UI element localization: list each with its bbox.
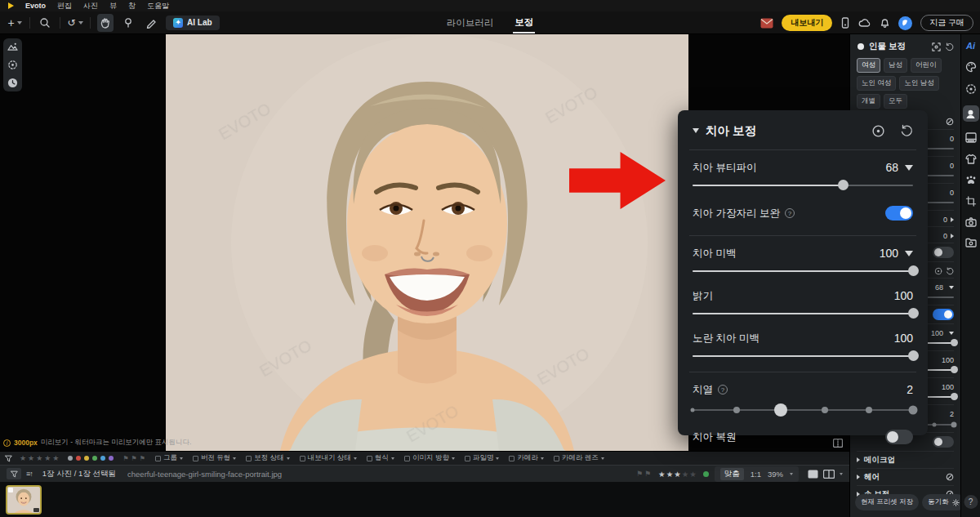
star-filter[interactable]: ★★★★★ (20, 454, 59, 462)
reset-icon[interactable] (946, 267, 954, 275)
history-clock-icon[interactable] (7, 78, 18, 88)
package-icon[interactable] (840, 17, 850, 29)
ai-tools-icon[interactable]: Ai (966, 41, 975, 51)
toggle[interactable] (933, 247, 954, 258)
color-label-filter[interactable] (68, 456, 114, 461)
alignment-stepper[interactable] (693, 403, 913, 417)
chip-all[interactable]: 모두 (884, 94, 907, 109)
stepper-current-dot[interactable] (774, 403, 787, 417)
reset-icon[interactable] (945, 42, 954, 51)
slider-knob[interactable] (908, 308, 919, 319)
image-adjust-icon[interactable] (7, 42, 18, 52)
expand-icon[interactable] (951, 234, 954, 238)
star-rating[interactable]: ★★★★★ (658, 470, 697, 479)
split-view-icon[interactable] (823, 470, 835, 479)
portrait-tool-selected[interactable] (963, 105, 979, 122)
face-detect-icon[interactable] (932, 42, 941, 51)
toggle[interactable] (933, 436, 954, 448)
edge-toggle[interactable] (885, 206, 913, 221)
dropdown-arrow-icon[interactable] (949, 332, 954, 335)
import-folder-icon[interactable] (965, 238, 977, 247)
cloud-icon[interactable] (858, 18, 871, 28)
dropdown-arrow-icon[interactable] (905, 165, 913, 171)
sync-button[interactable]: 동기화 (922, 494, 960, 510)
avatar[interactable] (898, 16, 912, 30)
dropdown-version-type[interactable]: 버전 유형 (193, 453, 236, 463)
restore-toggle[interactable] (885, 430, 913, 444)
whiten-slider[interactable] (693, 265, 913, 277)
zoom-select[interactable]: 39% (768, 470, 783, 479)
menu-item-help[interactable]: 도움말 (147, 1, 169, 11)
background-frame-icon[interactable] (965, 132, 977, 143)
menu-app-name[interactable]: Evoto (25, 2, 46, 10)
brightness-slider[interactable] (693, 308, 913, 319)
ratio-button[interactable]: 1:1 (751, 470, 761, 479)
menu-item-window[interactable]: 창 (128, 1, 136, 11)
yellow-whiten-slider[interactable] (693, 350, 913, 362)
toggle[interactable] (933, 309, 954, 320)
fit-button[interactable]: 맞춤 (720, 468, 744, 480)
dropdown-group[interactable]: 그룹 (155, 453, 183, 463)
buy-now-button[interactable]: 지금 구매 (920, 15, 973, 31)
whiten-value[interactable]: 100 (880, 247, 898, 260)
section-hair[interactable]: 헤어 (857, 468, 954, 485)
camera-icon[interactable] (965, 217, 977, 227)
reset-icon[interactable] (900, 124, 913, 137)
disabled-slash-icon[interactable] (946, 473, 954, 481)
chip-female[interactable]: 여성 (857, 58, 880, 73)
mail-icon[interactable] (760, 18, 773, 29)
sort-icon[interactable]: ≡↑ (26, 470, 33, 478)
chip-male[interactable]: 남성 (884, 58, 907, 73)
preview-target-icon[interactable] (871, 124, 885, 138)
chevron-down-icon[interactable] (840, 473, 843, 475)
chip-elder-female[interactable]: 노인 여성 (857, 76, 896, 91)
section-makeup[interactable]: 메이크업 (857, 451, 954, 468)
dropdown-camera-lens[interactable]: 카메라 렌즈 (554, 453, 604, 463)
dropdown-orientation[interactable]: 이미지 방향 (404, 453, 455, 463)
expand-icon[interactable] (951, 217, 954, 222)
slider-knob[interactable] (908, 350, 919, 361)
menu-item-edit[interactable]: 편집 (57, 1, 72, 11)
dropdown-arrow-icon[interactable] (949, 286, 954, 289)
crop-icon[interactable] (965, 196, 977, 207)
save-preset-button[interactable]: 현재 프리셋 저장 (855, 494, 919, 510)
status-color-dot[interactable] (703, 471, 709, 477)
tab-library[interactable]: 라이브러리 (445, 13, 496, 33)
photo-thumbnail-selected[interactable] (6, 485, 42, 515)
chip-individual[interactable]: 개별 (857, 94, 880, 109)
help-button[interactable]: ? (964, 495, 978, 509)
dropdown-camera[interactable]: 카메라 (509, 453, 544, 463)
clothes-icon[interactable] (965, 154, 977, 164)
export-button[interactable]: 내보내기 (782, 15, 832, 31)
beautify-value[interactable]: 68 (885, 161, 898, 174)
menu-item-view[interactable]: 뷰 (109, 1, 117, 11)
bokeh-effect-icon[interactable] (7, 60, 18, 70)
chip-elder-male[interactable]: 노인 남성 (899, 76, 938, 91)
dropdown-arrow-icon[interactable] (905, 251, 913, 256)
preview-target-icon[interactable] (934, 267, 942, 275)
single-view-icon[interactable] (808, 470, 818, 479)
tab-retouch[interactable]: 보정 (513, 12, 535, 33)
chip-child[interactable]: 어린이 (911, 58, 942, 73)
animal-paw-icon[interactable] (965, 175, 977, 185)
palette-icon[interactable] (965, 61, 977, 73)
slider-knob[interactable] (838, 180, 849, 190)
filter-funnel-icon[interactable] (5, 455, 12, 462)
filter-box-button[interactable] (7, 468, 21, 479)
help-icon[interactable]: ? (718, 385, 728, 394)
slider-knob[interactable] (908, 265, 919, 276)
dropdown-retouch-status[interactable]: 보정 상태 (246, 453, 289, 463)
dropdown-format[interactable]: 형식 (367, 453, 394, 463)
dropdown-filename[interactable]: 파일명 (465, 453, 500, 463)
menu-item-photo[interactable]: 사진 (83, 1, 98, 11)
yellow-whiten-value[interactable]: 100 (894, 332, 913, 345)
flag-rating[interactable]: ⚑⚑ (636, 470, 653, 478)
brightness-value[interactable]: 100 (894, 289, 913, 302)
flag-filter[interactable]: ⚑⚑⚑ (122, 455, 145, 462)
disabled-slash-icon[interactable] (946, 118, 954, 126)
beautify-slider[interactable] (693, 180, 913, 191)
collapse-icon[interactable] (693, 128, 699, 133)
bokeh-effect-icon[interactable] (965, 83, 977, 95)
help-icon[interactable]: ? (785, 208, 795, 218)
dropdown-export-status[interactable]: 내보내기 상태 (300, 453, 357, 463)
